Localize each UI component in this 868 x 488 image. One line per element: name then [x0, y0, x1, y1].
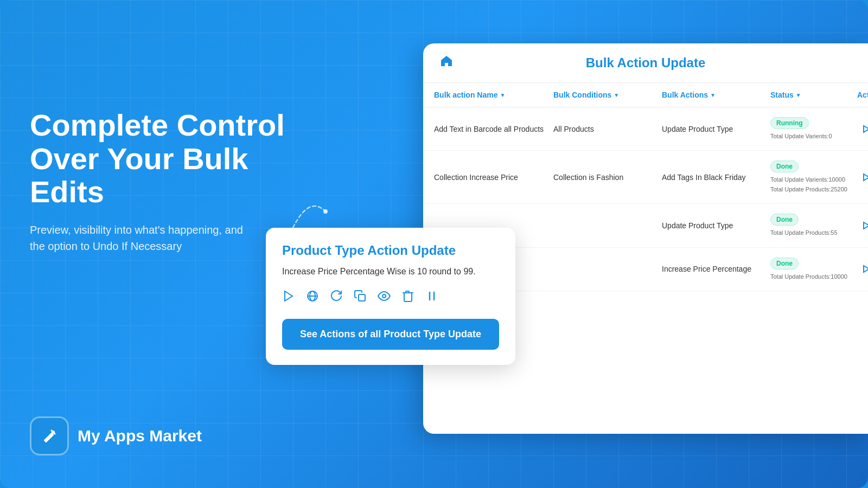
- row3-status: Done Total Update Products:55: [770, 214, 857, 237]
- svg-marker-4: [864, 266, 868, 272]
- svg-rect-10: [359, 294, 365, 301]
- table-row: Add Text in Barcode all Products All Pro…: [423, 107, 868, 151]
- popup-title: Product Type Action Update: [282, 243, 499, 258]
- row1-status: Running Total Update Varients:0: [770, 117, 857, 140]
- table-row: Collection Increase Price Collection is …: [423, 151, 868, 204]
- status-detail: Total Update Products:55: [770, 229, 838, 236]
- copy-icon[interactable]: [354, 290, 367, 306]
- logo-label: My Apps Market: [78, 427, 202, 445]
- chevron-down-icon: ▼: [796, 92, 801, 98]
- th-actions[interactable]: Bulk Actions ▼: [662, 91, 770, 99]
- card-header: Bulk Action Update: [423, 43, 868, 83]
- row1-name: Add Text in Barcode all Products: [434, 125, 553, 133]
- eye-icon[interactable]: [378, 290, 391, 306]
- refresh-icon[interactable]: [330, 290, 343, 306]
- svg-marker-6: [285, 291, 292, 301]
- svg-point-11: [382, 294, 386, 298]
- trash-icon[interactable]: [401, 290, 414, 306]
- popup-action-icons: [282, 290, 499, 306]
- table-header: Bulk action Name ▼ Bulk Conditions ▼ Bul…: [423, 83, 868, 107]
- status-detail: Total Update Products:10000: [770, 273, 847, 280]
- th-name[interactable]: Bulk action Name ▼: [434, 91, 553, 99]
- row2-name: Collection Increase Price: [434, 173, 553, 182]
- status-detail: Total Update Varients:10000Total Update …: [770, 176, 847, 192]
- row2-conditions: Collection is Fashion: [553, 173, 662, 182]
- row2-status: Done Total Update Varients:10000Total Up…: [770, 160, 857, 194]
- popup-card: Product Type Action Update Increase Pric…: [266, 228, 515, 365]
- chevron-down-icon: ▼: [614, 92, 619, 98]
- see-actions-button[interactable]: See Actions of all Product Type Update: [282, 319, 499, 350]
- page-title: Bulk Action Update: [586, 55, 705, 70]
- row1-conditions: All Products: [553, 125, 662, 133]
- chevron-down-icon: ▼: [710, 92, 716, 98]
- svg-point-5: [323, 209, 328, 214]
- row4-play-button[interactable]: [857, 260, 868, 278]
- row1-play-button[interactable]: [857, 120, 868, 138]
- status-badge: Done: [770, 214, 799, 226]
- decoration-curve: [288, 190, 331, 233]
- th-status[interactable]: Status ▼: [770, 91, 857, 99]
- svg-marker-1: [864, 126, 868, 132]
- popup-description: Increase Price Percentage Wise is 10 rou…: [282, 267, 499, 277]
- status-badge: Done: [770, 160, 799, 172]
- row4-status: Done Total Update Products:10000: [770, 258, 857, 281]
- row1-actions: Update Product Type: [662, 125, 770, 133]
- row3-actions: Update Product Type: [662, 221, 770, 230]
- play-icon[interactable]: [282, 290, 295, 306]
- row3-play-button[interactable]: [857, 217, 868, 234]
- subtext: Preview, visibility into what's happenin…: [30, 222, 258, 254]
- logo-area: My Apps Market: [30, 416, 202, 455]
- globe-icon[interactable]: [306, 290, 319, 306]
- row4-actions: Increase Price Percentage: [662, 265, 770, 273]
- svg-marker-3: [864, 222, 868, 229]
- chevron-down-icon: ▼: [500, 92, 505, 98]
- status-badge: Done: [770, 258, 799, 269]
- home-icon[interactable]: [439, 54, 454, 72]
- row2-play-button[interactable]: [857, 169, 868, 186]
- row2-actions: Add Tags In Black Friday: [662, 173, 770, 182]
- pause-icon[interactable]: [425, 290, 438, 306]
- left-panel: Complete Control Over Your Bulk Edits Pr…: [30, 108, 290, 254]
- status-detail: Total Update Varients:0: [770, 133, 832, 139]
- svg-marker-2: [864, 174, 868, 181]
- th-action: Action: [857, 91, 868, 99]
- svg-point-0: [52, 431, 55, 434]
- status-badge: Running: [770, 117, 809, 129]
- th-conditions[interactable]: Bulk Conditions ▼: [553, 91, 662, 99]
- logo-icon: [30, 416, 69, 455]
- headline: Complete Control Over Your Bulk Edits: [30, 108, 290, 209]
